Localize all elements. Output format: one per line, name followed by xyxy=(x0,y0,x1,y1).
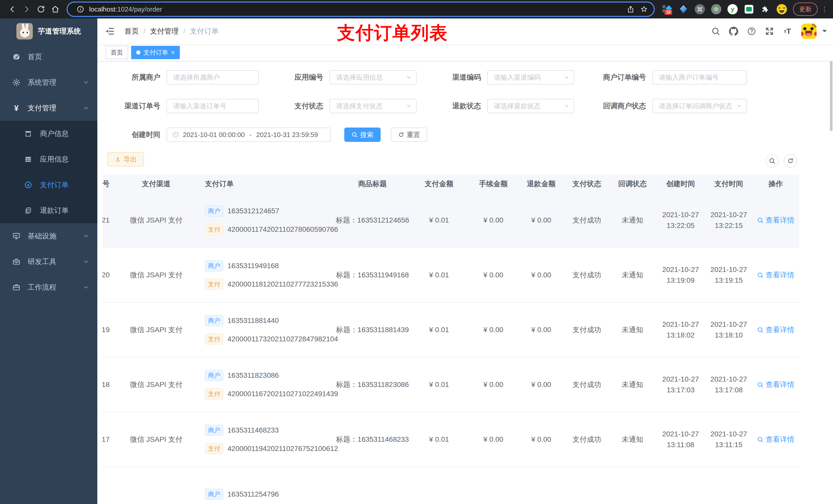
cell-status: 支付成功 xyxy=(565,435,609,444)
avatar[interactable] xyxy=(801,24,817,39)
pay-status-select[interactable]: 请选择支付状态 xyxy=(329,99,416,113)
channel-code-select[interactable]: 请输入渠道编码 xyxy=(487,70,574,85)
channel-order-no-input[interactable] xyxy=(166,99,259,113)
select-placeholder: 请选择退款状态 xyxy=(494,102,541,111)
page-annotation-title: 支付订单列表 xyxy=(337,21,448,45)
view-detail-link[interactable]: 查看详情 xyxy=(757,435,794,444)
merchant-order-no: 1635311823086 xyxy=(228,371,279,380)
sidebar-item-label: 基础设施 xyxy=(28,231,56,241)
forward-icon[interactable] xyxy=(20,2,34,16)
svg-text:¥: ¥ xyxy=(27,183,29,187)
reload-icon[interactable] xyxy=(34,2,48,16)
reset-button-label: 重置 xyxy=(407,130,420,139)
sidebar-item-workflow[interactable]: 工作流程 xyxy=(0,274,97,300)
toolbox-icon xyxy=(10,257,23,266)
sidebar-item-refund-order[interactable]: 退款订单 xyxy=(0,198,97,223)
notify-status-select[interactable]: 请选择订单回调商户状态 xyxy=(652,99,747,113)
dashboard-icon xyxy=(10,52,23,61)
github-icon[interactable] xyxy=(728,25,740,38)
extension-kite-icon[interactable] xyxy=(678,4,689,14)
toggle-search-icon[interactable] xyxy=(765,154,779,167)
tag-pay-order[interactable]: 支付订单 × xyxy=(131,46,180,59)
site-info-icon[interactable] xyxy=(74,3,87,16)
home-icon[interactable] xyxy=(48,2,63,16)
font-size-icon[interactable]: тT xyxy=(781,25,793,38)
extensions-area: 10 y xyxy=(662,4,787,14)
extension-emoji-icon[interactable] xyxy=(777,4,787,14)
yen-icon: ¥ xyxy=(10,104,23,112)
sidebar-item-devtools[interactable]: 研发工具 xyxy=(0,249,97,274)
date-range-picker[interactable]: 2021-10-01 00:00:00 - 2021-10-31 23:59:5… xyxy=(166,127,331,142)
breadcrumb-home[interactable]: 首页 xyxy=(124,26,139,36)
url-bar[interactable]: localhost:1024/pay/order xyxy=(67,2,655,17)
cell-paid: 2021-10-2713:22:15 xyxy=(706,210,752,231)
reset-button[interactable]: 重置 xyxy=(391,127,427,142)
sidebar-item-merchant-info[interactable]: 商户信息 xyxy=(0,121,97,146)
extension-tag-manager-icon[interactable]: 10 xyxy=(662,4,672,14)
extension-recorder-icon[interactable] xyxy=(711,4,721,14)
collapse-menu-icon[interactable] xyxy=(97,26,122,36)
view-detail-link[interactable]: 查看详情 xyxy=(757,270,794,280)
sidebar-item-label: 商户信息 xyxy=(40,129,69,139)
export-button-label: 导出 xyxy=(123,155,137,164)
breadcrumb: 首页 支付管理 支付订单 xyxy=(124,26,219,36)
view-detail-link[interactable]: 查看详情 xyxy=(757,325,794,335)
sidebar-item-pay-order[interactable]: ¥ 支付订单 xyxy=(0,172,97,198)
sidebar-item-payment[interactable]: ¥ 支付管理 xyxy=(0,95,97,121)
cell-id: 18 xyxy=(102,381,113,389)
refresh-icon[interactable] xyxy=(784,154,797,167)
breadcrumb-payment[interactable]: 支付管理 xyxy=(139,26,179,36)
extension-command-icon[interactable] xyxy=(695,4,705,14)
view-detail-link[interactable]: 查看详情 xyxy=(757,380,794,389)
export-button[interactable]: 导出 xyxy=(108,152,144,166)
table-header: 编号 支付渠道 支付订单 商品标题 支付金额 手续金额 退款金额 支付状态 回调… xyxy=(102,175,799,193)
cell-order: 商户1635311254796 xyxy=(200,489,336,500)
sidebar-item-home[interactable]: 首页 xyxy=(0,44,97,70)
avatar-caret-icon[interactable] xyxy=(822,30,827,34)
filter-label: 渠道编码 xyxy=(432,72,481,82)
browser-menu-icon[interactable]: ⋮ xyxy=(821,5,828,13)
bookmark-star-icon[interactable] xyxy=(637,3,651,16)
merchant-order-no: 1635311881440 xyxy=(228,316,279,325)
search-icon[interactable] xyxy=(710,25,722,38)
col-created: 创建时间 xyxy=(656,179,706,189)
close-icon[interactable]: × xyxy=(171,49,175,55)
view-detail-link[interactable]: 查看详情 xyxy=(757,215,794,225)
sidebar-submenu-payment: 商户信息 应用信息 ¥ 支付订单 退款订单 xyxy=(0,121,97,223)
cell-amount: ¥ 0.01 xyxy=(409,435,469,443)
merchant-badge: 商户 xyxy=(205,206,223,217)
sidebar-item-app-info[interactable]: 应用信息 xyxy=(0,146,97,172)
cell-refund: ¥ 0.00 xyxy=(518,271,565,279)
chevron-down-icon xyxy=(736,103,742,109)
col-refund: 退款金额 xyxy=(518,179,565,189)
extension-puzzle-icon[interactable] xyxy=(760,4,770,14)
extension-y-icon[interactable]: y xyxy=(728,4,738,14)
sidebar-item-system[interactable]: 系统管理 xyxy=(0,70,97,95)
pay-badge: 支付 xyxy=(205,224,223,235)
merchant-order-no-input[interactable] xyxy=(652,70,747,85)
cell-created: 2021-10-2713:11:08 xyxy=(656,429,706,450)
sidebar-item-label: 支付订单 xyxy=(40,180,69,190)
app-select[interactable]: 请选择应用信息 xyxy=(329,70,416,85)
date-start: 2021-10-01 00:00:00 xyxy=(183,131,245,139)
sidebar-item-infra[interactable]: 基础设施 xyxy=(0,223,97,249)
tag-home[interactable]: 首页 xyxy=(105,46,128,59)
cell-paid: 2021-10-2713:18:10 xyxy=(706,319,752,341)
refund-status-select[interactable]: 请选择退款状态 xyxy=(487,99,574,113)
browser-update-button[interactable]: 更新 xyxy=(793,3,818,16)
extension-chat-icon[interactable] xyxy=(744,4,754,14)
help-icon[interactable] xyxy=(745,25,758,38)
merchant-badge: 商户 xyxy=(205,489,223,500)
back-icon[interactable] xyxy=(5,2,20,16)
page-scrollbar[interactable] xyxy=(830,61,832,131)
fullscreen-icon[interactable] xyxy=(763,25,776,38)
document-icon xyxy=(23,207,34,215)
merchant-order-no: 1635312124657 xyxy=(228,207,279,215)
share-icon[interactable] xyxy=(624,3,637,16)
search-button[interactable]: 搜索 xyxy=(344,127,381,142)
cell-created: 2021-10-2713:22:05 xyxy=(656,210,706,231)
cell-notify: 未通知 xyxy=(609,435,656,444)
cell-actions: 查看详情 xyxy=(752,435,799,444)
sidebar-item-label: 退款订单 xyxy=(40,206,69,215)
merchant-input[interactable] xyxy=(166,70,259,85)
